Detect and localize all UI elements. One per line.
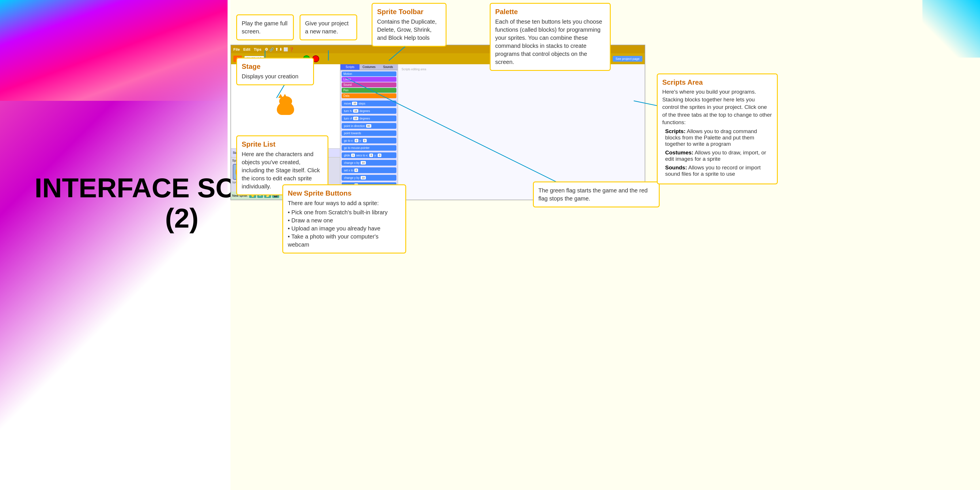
callout-play-text: Play the game full screen. <box>242 19 288 35</box>
scripts-area-intro: Here's where you build your programs. St… <box>662 88 772 126</box>
tab-costumes[interactable]: Costumes <box>360 64 379 70</box>
scripts-sub-sounds-label: Sounds: <box>665 164 687 170</box>
scripts-sub-scripts-label: Scripts: <box>665 128 686 134</box>
callout-sprite-toolbar: Sprite Toolbar Contains the Duplicate, D… <box>372 3 447 47</box>
block-change-x[interactable]: change x by 10 <box>342 160 396 165</box>
new-sprite-item-2: • Upload an image you already have <box>288 224 401 232</box>
stage-text: Displays your creation <box>242 72 309 80</box>
new-sprite-item-3: • Take a photo with your computer's webc… <box>288 232 401 248</box>
block-move[interactable]: move 10 steps <box>342 100 396 106</box>
scripts-sub-sounds: Sounds: Allows you to record or import s… <box>665 164 772 177</box>
block-motion[interactable]: Motion <box>342 72 396 76</box>
new-sprite-list: • Pick one from Scratch's built-in libra… <box>288 208 401 248</box>
block-set-x[interactable]: set x to 0 <box>342 167 396 173</box>
scripts-area-title: Scripts Area <box>662 78 772 86</box>
callout-scripts-area: Scripts Area Here's where you build your… <box>657 73 778 185</box>
cat-body <box>277 102 294 115</box>
block-looks[interactable]: Looks <box>342 77 396 82</box>
block-change-y[interactable]: change y by 10 <box>342 175 396 181</box>
new-sprite-item-0: • Pick one from Scratch's built-in libra… <box>288 208 401 216</box>
blocks-tabs: Scripts Costumes Sounds <box>340 64 398 70</box>
palette-text: Each of these ten buttons lets you choos… <box>495 18 605 66</box>
palette-title: Palette <box>495 8 605 16</box>
new-sprite-intro: There are four ways to add a sprite: <box>288 199 401 207</box>
callout-name: Give your project a new name. <box>299 14 357 40</box>
new-sprite-title: New Sprite Buttons <box>288 189 401 197</box>
block-turn-left[interactable]: turn ↺ 15 degrees <box>342 116 396 121</box>
menu-tips[interactable]: Tips <box>254 47 262 52</box>
block-categories: Motion Looks Sound Pen Data <box>340 70 398 99</box>
block-glide[interactable]: glide 1 secs to x:0 y:0 <box>342 153 396 158</box>
scripts-sub-scripts: Scripts: Allows you to drag command bloc… <box>665 128 772 147</box>
diagonal-stripe <box>0 0 228 101</box>
callout-play: Play the game full screen. <box>236 14 294 40</box>
sprite-list-title: Sprite List <box>242 140 323 148</box>
callout-new-sprite: New Sprite Buttons There are four ways t… <box>282 185 406 253</box>
sprite-toolbar-text: Contains the Duplicate, Delete, Grow, Sh… <box>377 18 441 42</box>
callout-stage: Stage Displays your creation <box>236 57 314 85</box>
block-point-dir[interactable]: point in direction 90 <box>342 123 396 129</box>
corner-decoration <box>923 0 980 57</box>
block-sound[interactable]: Sound <box>342 83 396 87</box>
scripts-sub-costumes-label: Costumes: <box>665 150 694 156</box>
see-project-button[interactable]: See project page <box>613 56 643 62</box>
cat-sprite <box>274 96 297 116</box>
stage-title: Stage <box>242 62 309 71</box>
tab-scripts[interactable]: Scripts <box>340 64 360 70</box>
sprite-toolbar-title: Sprite Toolbar <box>377 8 441 16</box>
flags-text: The green flag starts the game and the r… <box>538 186 654 202</box>
scratch-blocks-panel: Scripts Costumes Sounds Motion Looks Sou… <box>340 64 398 200</box>
block-turn-right[interactable]: turn ↻ 15 degrees <box>342 108 396 114</box>
scripts-sub-items: Scripts: Allows you to drag command bloc… <box>665 128 772 177</box>
block-goto-mouse[interactable]: go to mouse-pointer <box>342 145 396 151</box>
block-goto[interactable]: go to x:0 y:0 <box>342 138 396 143</box>
callout-flags: The green flag starts the game and the r… <box>533 181 660 207</box>
block-point-towards[interactable]: point towards <box>342 130 396 136</box>
block-data[interactable]: Data <box>342 93 396 98</box>
scripts-sub-costumes: Costumes: Allows you to draw, import, or… <box>665 150 772 162</box>
block-pen[interactable]: Pen <box>342 88 396 93</box>
menu-file[interactable]: File <box>233 47 240 52</box>
callout-name-text: Give your project a new name. <box>305 19 352 35</box>
new-sprite-item-1: • Draw a new one <box>288 216 401 224</box>
menu-icons: ⚙ 🔗 ⬆ ⬇ ⬜ ❓ <box>265 47 294 52</box>
tab-sounds[interactable]: Sounds <box>379 64 398 70</box>
scratch-scripts-area: Scripts editing area <box>398 64 645 200</box>
callout-palette: Palette Each of these ten buttons lets y… <box>490 3 611 71</box>
menu-edit[interactable]: Edit <box>243 47 250 52</box>
